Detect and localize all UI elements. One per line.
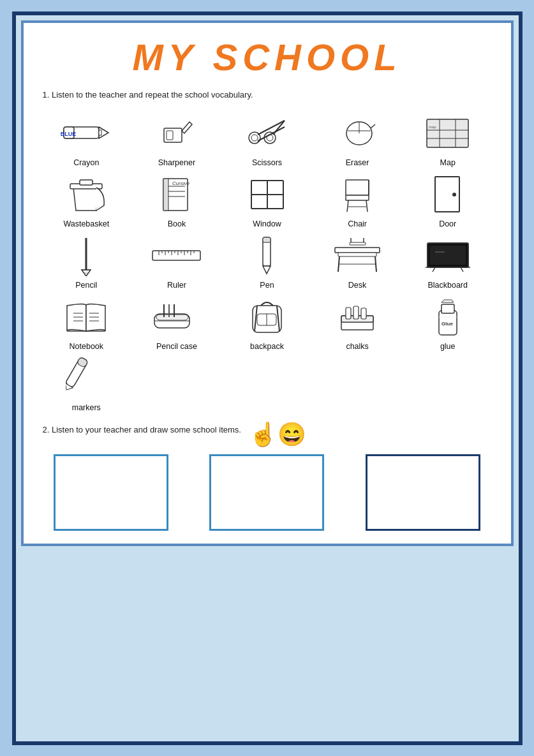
draw-box-1[interactable] [54,454,168,531]
vocab-item-ruler: Ruler [133,233,221,290]
vocab-item-sharpener: Sharpener [133,111,221,167]
door-label: Door [439,219,456,228]
pen-label: Pen [260,281,274,290]
svg-point-10 [251,135,258,141]
window-label: Window [253,219,281,228]
svg-marker-7 [182,122,192,133]
vocab-item-notebook: Notebook [43,295,131,351]
chalks-label: chalks [346,342,368,351]
svg-rect-66 [338,253,376,256]
chalks-icon [329,295,386,339]
map-label: Map [440,158,456,167]
svg-text:map: map [429,125,436,129]
vocab-item-eraser: Eraser [313,111,401,167]
svg-rect-20 [427,119,468,147]
svg-point-44 [452,193,456,196]
vocab-item-chalks: chalks [313,295,401,351]
svg-rect-49 [152,251,200,260]
svg-marker-63 [263,266,271,274]
vocab-grid: BLUE Crayon Sharpener [43,111,492,412]
svg-rect-4 [99,130,101,135]
chair-icon [329,172,386,217]
svg-rect-27 [80,180,93,185]
window-icon [238,172,295,217]
svg-rect-74 [430,246,466,265]
vocab-item-pencilcase: Pencil case [133,295,221,351]
svg-text:Cursive: Cursive [172,181,190,186]
page-title: MY SCHOOL [43,36,492,78]
wastebasket-label: Wastebasket [63,219,109,228]
door-icon [419,172,477,217]
svg-line-40 [366,200,367,212]
vocab-item-chair: Chair [313,172,401,228]
svg-marker-104 [441,300,454,302]
vocab-item-backpack: backpack [223,295,311,351]
vocab-item-map: map Map [404,111,492,167]
svg-rect-101 [361,308,366,319]
draw-box-2[interactable] [209,454,324,531]
chair-label: Chair [348,219,367,228]
vocab-item-crayon: BLUE Crayon [43,111,131,167]
pencil-label: Pencil [75,281,97,290]
eraser-label: Eraser [346,158,369,167]
crayon-label: Crayon [73,158,99,167]
desk-icon [329,233,386,278]
vocab-item-window: Window [223,172,311,228]
glue-label: glue [440,342,456,351]
wastebasket-icon [57,172,115,217]
blackboard-icon [419,233,477,278]
backpack-label: backpack [250,342,284,351]
scissors-label: Scissors [252,158,282,167]
notebook-label: Notebook [70,342,104,351]
book-icon: Cursive [148,172,205,217]
svg-rect-37 [346,180,369,195]
ruler-label: Ruler [167,281,186,290]
book-label: Book [168,219,186,228]
svg-rect-100 [353,306,359,319]
glue-icon: Glue [419,295,477,339]
vocab-item-book: Cursive Book [133,172,221,228]
svg-line-77 [461,267,463,272]
markers-icon [57,356,115,401]
blackboard-label: Blackboard [427,281,468,290]
notebook-icon [57,295,115,339]
desk-label: Desk [348,281,366,290]
vocab-item-scissors: Scissors [223,111,311,167]
draw-boxes-container [43,454,492,531]
pencilcase-label: Pencil case [156,342,197,351]
instruction-1: 1. Listen to the teacher and repeat the … [43,90,492,100]
svg-line-68 [375,256,376,272]
draw-section: 2. Listen to your teacher and draw some … [43,421,492,531]
vocab-item-blackboard: Blackboard [404,233,492,290]
outer-border: MY SCHOOL 1. Listen to the teacher and r… [12,11,523,745]
inner-border: MY SCHOOL 1. Listen to the teacher and r… [21,20,514,546]
svg-rect-64 [263,237,271,242]
svg-rect-70 [350,242,366,245]
vocab-item-wastebasket: Wastebasket [43,172,131,228]
vocab-item-pen: Pen [223,233,311,290]
svg-rect-38 [346,195,369,200]
svg-rect-29 [163,179,168,211]
vocab-item-desk: Desk [313,233,401,290]
svg-text:Glue: Glue [441,321,453,327]
markers-label: markers [72,403,101,412]
svg-rect-99 [346,308,351,319]
emoji-icon: ☝️😄 [249,421,306,448]
draw-box-3[interactable] [366,454,480,531]
vocab-item-markers: markers [43,356,131,412]
svg-rect-103 [441,304,454,313]
pen-icon [238,233,295,278]
ruler-icon [148,233,205,278]
sharpener-label: Sharpener [158,158,195,167]
svg-line-19 [371,124,375,128]
vocab-item-pencil: Pencil [43,233,131,290]
svg-line-76 [433,267,435,272]
svg-text:BLUE: BLUE [61,131,76,137]
scissors-icon [238,111,295,156]
crayon-icon: BLUE [57,111,115,156]
svg-rect-88 [156,315,188,320]
vocab-item-glue: Glue glue [404,295,492,351]
svg-line-67 [338,256,339,272]
svg-rect-65 [335,248,380,253]
svg-line-39 [347,200,348,212]
